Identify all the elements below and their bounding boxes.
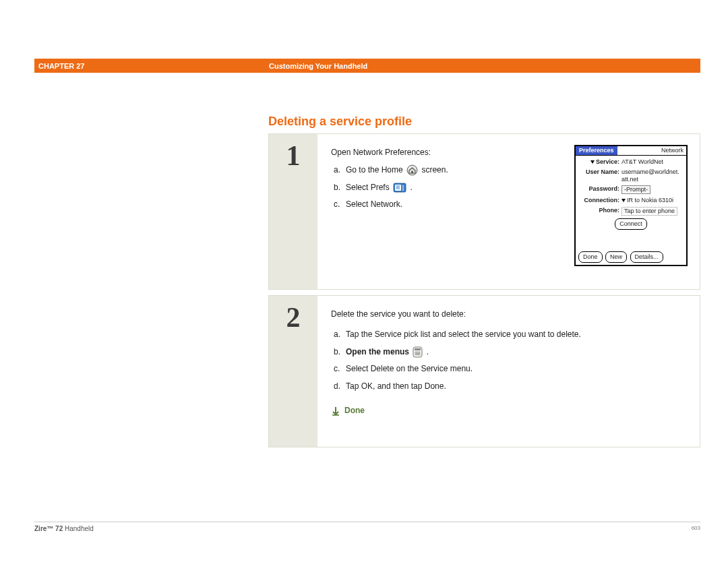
- palm-done-button: Done: [578, 251, 603, 263]
- palm-service-row: Service: AT&T WorldNet: [580, 158, 684, 166]
- step-number-cell: 1: [269, 134, 317, 289]
- step-number: 2: [286, 301, 301, 334]
- palm-bottom-buttons: Done New Details...: [578, 251, 665, 263]
- step-1b: b.Select Prefs .: [331, 181, 564, 195]
- step-1c: c.Select Network.: [331, 198, 564, 212]
- step-1-intro: Open Network Preferences:: [331, 146, 564, 160]
- chapter-header: CHAPTER 27 Customizing Your Handheld: [34, 59, 700, 73]
- svg-point-0: [407, 165, 417, 175]
- chapter-title: Customizing Your Handheld: [269, 62, 367, 70]
- dropdown-arrow-icon: [621, 199, 626, 202]
- step-2-text: Delete the service you want to delete: a…: [331, 308, 688, 436]
- svg-rect-1: [411, 171, 413, 173]
- step-2-intro: Delete the service you want to delete:: [331, 308, 688, 321]
- done-indicator: Done: [331, 404, 688, 418]
- palm-title-left: Preferences: [576, 146, 617, 155]
- step-1-box: 1 Open Network Preferences: a.Go to the …: [268, 133, 700, 290]
- palm-body: Service: AT&T WorldNet User Name: userna…: [576, 156, 686, 235]
- down-arrow-icon: [331, 406, 340, 416]
- palm-new-button: New: [605, 251, 627, 263]
- step-1-content: Open Network Preferences: a.Go to the Ho…: [317, 134, 700, 289]
- step-2-box: 2 Delete the service you want to delete:…: [268, 295, 700, 447]
- home-icon: [406, 164, 418, 176]
- menu-icon: [413, 346, 423, 358]
- palm-username-row: User Name: username@worldnet. att.net: [580, 168, 684, 183]
- section-heading: Deleting a service profile: [268, 115, 412, 129]
- step-1-text: Open Network Preferences: a.Go to the Ho…: [331, 146, 564, 278]
- palm-connect-button: Connect: [615, 218, 647, 230]
- step-2b: b.Open the menus .: [331, 346, 688, 359]
- page-footer: Zire™ 72 Handheld 603: [34, 522, 700, 532]
- footer-page-number: 603: [692, 525, 700, 532]
- svg-point-9: [402, 189, 404, 191]
- svg-point-7: [402, 185, 404, 187]
- palm-titlebar: Preferences Network: [576, 146, 686, 156]
- step-2a: a.Tap the Service pick list and select t…: [331, 328, 688, 342]
- dropdown-arrow-icon: [590, 160, 595, 164]
- palm-title-right: Network: [661, 146, 686, 156]
- step-number: 1: [286, 139, 301, 172]
- palm-details-button: Details...: [630, 251, 663, 263]
- svg-rect-11: [415, 348, 421, 350]
- chapter-label: CHAPTER 27: [34, 62, 269, 70]
- palm-connection-row: Connection: IR to Nokia 6310i: [580, 197, 684, 204]
- step-2d: d.Tap OK, and then tap Done.: [331, 380, 688, 394]
- palm-screenshot: Preferences Network Service: AT&T WorldN…: [574, 145, 688, 266]
- footer-product: Zire™ 72 Handheld: [34, 525, 94, 532]
- open-menus-link[interactable]: Open the menus: [346, 347, 409, 356]
- palm-phone-row: Phone: Tap to enter phone: [580, 207, 684, 216]
- step-1a: a.Go to the Home screen.: [331, 164, 564, 177]
- done-label: Done: [344, 404, 365, 418]
- step-2c: c.Select Delete on the Service menu.: [331, 363, 688, 376]
- prefs-icon: [393, 182, 406, 193]
- palm-password-row: Password: -Prompt-: [580, 185, 684, 194]
- step-2-content: Delete the service you want to delete: a…: [317, 296, 700, 447]
- step-number-cell: 2: [269, 296, 317, 447]
- svg-point-8: [402, 187, 404, 189]
- palm-connect-row: Connect: [580, 218, 684, 230]
